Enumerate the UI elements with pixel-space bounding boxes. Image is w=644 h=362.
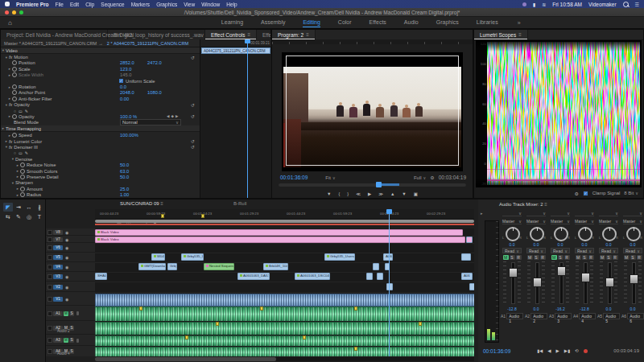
timeline-ruler[interactable]: 00:00:44:23 00:00:59:23 00:01:14:23 00:0… xyxy=(95,209,474,220)
zoom-level-dropdown[interactable]: Fit∨ xyxy=(325,175,335,180)
lift-icon[interactable]: ▲ xyxy=(390,191,394,196)
property-amount[interactable]: ▸Amount 25.0 xyxy=(1,186,200,191)
menu-clip[interactable]: Clip xyxy=(85,2,94,7)
level-value[interactable]: 0.0 xyxy=(630,306,636,312)
extract-icon[interactable]: ▼ xyxy=(402,191,406,196)
hand-tool[interactable]: ◎ xyxy=(24,212,34,221)
master-clip-name[interactable]: Master * A044C075_191211PN_CANON.CRM xyxy=(4,41,97,46)
automation-dropdown[interactable]: Read∨ xyxy=(502,248,522,253)
settings-wrench-icon[interactable]: ⚙ xyxy=(430,175,434,180)
output-assign-dropdown[interactable]: Master∨ xyxy=(575,218,594,224)
mute-button[interactable]: M xyxy=(527,255,533,260)
pan-knob[interactable]: LR xyxy=(599,226,618,242)
audio-clip-a3[interactable] xyxy=(95,335,474,346)
input-dropdown[interactable]: ∨ xyxy=(551,211,570,216)
clip[interactable]: SHA04K xyxy=(95,273,107,280)
lock-icon[interactable] xyxy=(47,311,52,316)
input-dropdown[interactable]: ∨ xyxy=(575,211,594,216)
video-section-header[interactable]: ▾Video xyxy=(1,47,200,54)
menu-window[interactable]: Window xyxy=(201,2,220,7)
rgb-waveform-scope[interactable]: 120100 8060 4020 0-20 xyxy=(476,40,642,187)
keyframe-nav[interactable]: ◀◆▶ xyxy=(167,114,180,118)
preserve-detail-value[interactable]: 50.0 xyxy=(120,175,129,179)
audio-clip-a1[interactable] xyxy=(95,306,474,321)
track-header-v4[interactable]: V4◉ xyxy=(46,263,95,272)
export-frame-icon[interactable]: ▣ xyxy=(414,191,418,196)
sequence-tab-broll[interactable]: B-Roll xyxy=(233,201,246,206)
property-rotation[interactable]: ▸Rotation 0.0 xyxy=(1,84,200,89)
timeline-horizontal-scrollbar[interactable] xyxy=(95,357,474,361)
mixer-title[interactable]: Audio Track Mixer: 2 ≡ xyxy=(499,202,547,207)
track-name-field[interactable]: Audio 3 xyxy=(555,313,572,319)
solo-button[interactable]: S xyxy=(558,255,564,260)
level-value[interactable]: 0.0 xyxy=(534,306,539,312)
eye-icon[interactable]: ◉ xyxy=(65,245,68,250)
track-name-field[interactable]: Audio 6 xyxy=(627,313,644,319)
home-icon[interactable]: ⌂ xyxy=(8,19,12,27)
property-scale[interactable]: ▸Scale 123.0 xyxy=(1,66,200,72)
record-arm-button[interactable]: R xyxy=(613,255,618,260)
mini-timeline-ruler[interactable]: 00:01:39:21 xyxy=(200,39,271,47)
sequence-marker[interactable] xyxy=(201,214,204,218)
clip[interactable]: A0601 xyxy=(383,253,393,261)
property-anchor-point[interactable]: Anchor Point 2048.0 1080.0 xyxy=(1,90,200,96)
clamp-signal-checkbox[interactable]: ✓ xyxy=(583,191,588,196)
stopwatch-icon[interactable] xyxy=(12,114,17,119)
solo-button[interactable]: S xyxy=(534,255,539,260)
clip[interactable]: Grby535_Usersgraph xyxy=(324,253,355,261)
eye-icon[interactable]: ◉ xyxy=(65,274,68,279)
clip[interactable]: Grby535_User xyxy=(181,253,204,261)
clip[interactable]: A06 xyxy=(461,273,473,280)
stopwatch-icon[interactable] xyxy=(20,187,25,191)
track-header-v5[interactable]: V5◉ xyxy=(46,253,95,262)
track-header-a1[interactable]: A1MS xyxy=(46,306,95,321)
stopwatch-icon[interactable] xyxy=(12,67,17,72)
automation-dropdown[interactable]: Read∨ xyxy=(623,248,642,253)
volume-fader[interactable] xyxy=(575,261,594,305)
mic-icon[interactable] xyxy=(76,339,79,343)
clip-marker[interactable] xyxy=(185,335,188,339)
stopwatch-icon[interactable] xyxy=(20,169,25,174)
stopwatch-icon[interactable] xyxy=(12,72,17,77)
clip[interactable] xyxy=(466,237,473,243)
output-assign-dropdown[interactable]: Master∨ xyxy=(623,218,642,224)
property-smooth-colors[interactable]: ▸Smooth Colors 63.0 xyxy=(1,168,200,174)
workspace-overflow-button[interactable]: » xyxy=(518,20,521,26)
mark-out-icon[interactable]: } xyxy=(347,191,349,196)
rotation-value[interactable]: 0.0 xyxy=(120,84,126,89)
clip[interactable] xyxy=(461,253,471,261)
mini-playhead-line[interactable] xyxy=(247,39,248,198)
stopwatch-icon[interactable] xyxy=(12,133,17,138)
track-header-a4[interactable]: A4MSAudio 4 xyxy=(46,347,95,356)
lock-icon[interactable] xyxy=(47,265,52,269)
input-dropdown[interactable]: ∨ xyxy=(623,211,642,216)
automation-dropdown[interactable]: Read∨ xyxy=(526,248,546,253)
eye-icon[interactable]: ◉ xyxy=(65,285,68,290)
scrollbar-thumb[interactable] xyxy=(95,357,276,361)
control-center-icon[interactable]: ☰ xyxy=(635,2,639,7)
workspace-editing[interactable]: Editing xyxy=(303,18,320,27)
pan-knob[interactable]: LR xyxy=(575,226,594,242)
clip-black-video[interactable]: Black Video xyxy=(95,237,465,243)
rect-mask-icon[interactable]: ▭ xyxy=(19,109,25,113)
mute-button[interactable]: M xyxy=(503,255,509,260)
audio-clip-a4[interactable] xyxy=(95,347,474,356)
solo-button[interactable]: S xyxy=(606,255,612,260)
anchor-x-value[interactable]: 2048.0 xyxy=(120,90,134,95)
track-name[interactable]: Audio 2 xyxy=(57,329,70,333)
lock-icon[interactable] xyxy=(47,237,52,242)
clip[interactable]: Grby xyxy=(167,263,177,270)
level-value[interactable]: -16.2 xyxy=(555,306,564,312)
scale-width-value[interactable]: 145.0 xyxy=(120,72,132,77)
sequence-clip-name[interactable]: 2 * A044C075_191211PN_CANON.CRM xyxy=(107,41,188,46)
stopwatch-icon[interactable] xyxy=(20,192,25,197)
track-name-field[interactable]: Audio 5 xyxy=(603,313,620,319)
tab-effect-controls[interactable]: Effect Controls≡ xyxy=(205,30,257,39)
property-antiflicker[interactable]: ▸Anti-flicker Filter 0.00 xyxy=(1,96,200,101)
status-dot-icon[interactable] xyxy=(522,2,526,6)
level-value[interactable]: -12.8 xyxy=(507,306,516,312)
solo-button[interactable]: S xyxy=(510,255,515,260)
clip[interactable]: W0431Dy xyxy=(151,253,165,261)
workspace-color[interactable]: Color xyxy=(338,18,352,27)
clip-marker[interactable] xyxy=(354,347,357,351)
